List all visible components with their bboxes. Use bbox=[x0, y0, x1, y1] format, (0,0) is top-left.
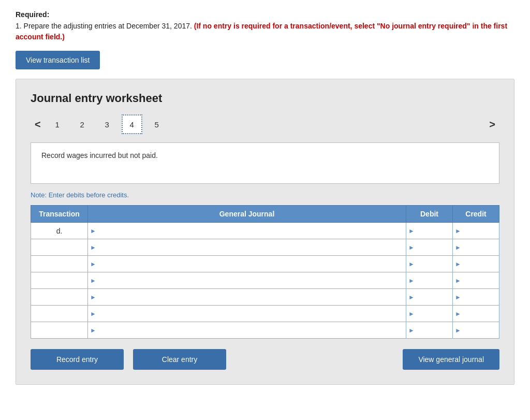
credit-input[interactable] bbox=[453, 289, 499, 305]
debit-input[interactable] bbox=[406, 306, 452, 322]
transaction-cell bbox=[31, 239, 88, 256]
tab-2[interactable]: 2 bbox=[72, 114, 93, 134]
table-row: ► ► ► bbox=[31, 306, 499, 322]
instruction-text: 1. Prepare the adjusting entries at Dece… bbox=[16, 22, 194, 30]
tab-3[interactable]: 3 bbox=[97, 114, 117, 134]
instructions: 1. Prepare the adjusting entries at Dece… bbox=[16, 21, 514, 42]
debit-cell[interactable]: ► bbox=[406, 256, 453, 272]
credit-cell[interactable]: ► bbox=[453, 272, 499, 289]
required-label: Required: bbox=[16, 10, 514, 19]
table-row: ► ► ► bbox=[31, 322, 499, 339]
general-journal-cell[interactable]: ► bbox=[88, 322, 406, 339]
tab-5[interactable]: 5 bbox=[146, 114, 167, 134]
credit-input[interactable] bbox=[453, 256, 499, 272]
debit-input[interactable] bbox=[406, 272, 452, 288]
general-journal-input[interactable] bbox=[88, 223, 406, 239]
credit-input[interactable] bbox=[453, 306, 499, 322]
table-row: ► ► ► bbox=[31, 289, 499, 306]
debit-input[interactable] bbox=[406, 322, 452, 338]
debit-input[interactable] bbox=[406, 256, 452, 272]
general-journal-cell[interactable]: ► bbox=[88, 306, 406, 322]
buttons-row: Record entry Clear entry View general jo… bbox=[31, 349, 499, 370]
debit-cell[interactable]: ► bbox=[406, 306, 453, 322]
worksheet-title: Journal entry worksheet bbox=[31, 92, 499, 105]
general-journal-cell[interactable]: ► bbox=[88, 239, 406, 256]
col-transaction: Transaction bbox=[31, 206, 88, 223]
general-journal-cell[interactable]: ► bbox=[88, 223, 406, 239]
credit-cell[interactable]: ► bbox=[453, 256, 499, 272]
description-text: Record wages incurred but not paid. bbox=[41, 151, 158, 160]
credit-input[interactable] bbox=[453, 239, 499, 255]
view-general-journal-button[interactable]: View general journal bbox=[403, 349, 499, 370]
next-arrow[interactable]: > bbox=[485, 117, 499, 133]
col-debit: Debit bbox=[406, 206, 453, 223]
table-row: ► ► ► bbox=[31, 272, 499, 289]
general-journal-cell[interactable]: ► bbox=[88, 272, 406, 289]
credit-cell[interactable]: ► bbox=[453, 289, 499, 306]
view-transaction-button[interactable]: View transaction list bbox=[16, 51, 100, 69]
credit-input[interactable] bbox=[453, 272, 499, 288]
general-journal-input[interactable] bbox=[88, 272, 406, 288]
transaction-cell bbox=[31, 289, 88, 306]
debit-input[interactable] bbox=[406, 223, 452, 239]
prev-arrow[interactable]: < bbox=[31, 117, 45, 133]
general-journal-input[interactable] bbox=[88, 306, 406, 322]
general-journal-input[interactable] bbox=[88, 289, 406, 305]
table-row: d. ► ► ► bbox=[31, 223, 499, 239]
transaction-cell: d. bbox=[31, 223, 88, 239]
credit-cell[interactable]: ► bbox=[453, 239, 499, 256]
tab-4[interactable]: 4 bbox=[122, 114, 142, 134]
general-journal-cell[interactable]: ► bbox=[88, 256, 406, 272]
general-journal-cell[interactable]: ► bbox=[88, 289, 406, 306]
journal-table: Transaction General Journal Debit Credit… bbox=[31, 205, 499, 339]
table-row: ► ► ► bbox=[31, 256, 499, 272]
tab-nav: < 1 2 3 4 5 > bbox=[31, 114, 499, 134]
debit-cell[interactable]: ► bbox=[406, 223, 453, 239]
debit-cell[interactable]: ► bbox=[406, 239, 453, 256]
transaction-cell bbox=[31, 256, 88, 272]
debit-cell[interactable]: ► bbox=[406, 289, 453, 306]
record-entry-button[interactable]: Record entry bbox=[31, 349, 124, 370]
general-journal-input[interactable] bbox=[88, 256, 406, 272]
debit-input[interactable] bbox=[406, 289, 452, 305]
transaction-cell bbox=[31, 322, 88, 339]
table-row: ► ► ► bbox=[31, 239, 499, 256]
debit-cell[interactable]: ► bbox=[406, 272, 453, 289]
col-credit: Credit bbox=[453, 206, 499, 223]
debit-cell[interactable]: ► bbox=[406, 322, 453, 339]
note-text: Note: Enter debits before credits. bbox=[31, 191, 499, 199]
col-general-journal: General Journal bbox=[88, 206, 406, 223]
description-box: Record wages incurred but not paid. bbox=[31, 142, 499, 184]
credit-input[interactable] bbox=[453, 223, 499, 239]
credit-input[interactable] bbox=[453, 322, 499, 338]
transaction-cell bbox=[31, 306, 88, 322]
general-journal-input[interactable] bbox=[88, 239, 406, 255]
credit-cell[interactable]: ► bbox=[453, 306, 499, 322]
transaction-cell bbox=[31, 272, 88, 289]
credit-cell[interactable]: ► bbox=[453, 322, 499, 339]
debit-input[interactable] bbox=[406, 239, 452, 255]
worksheet-container: Journal entry worksheet < 1 2 3 4 5 > Re… bbox=[16, 79, 514, 385]
clear-entry-button[interactable]: Clear entry bbox=[133, 349, 226, 370]
tab-1[interactable]: 1 bbox=[47, 114, 68, 134]
credit-cell[interactable]: ► bbox=[453, 223, 499, 239]
general-journal-input[interactable] bbox=[88, 322, 406, 338]
